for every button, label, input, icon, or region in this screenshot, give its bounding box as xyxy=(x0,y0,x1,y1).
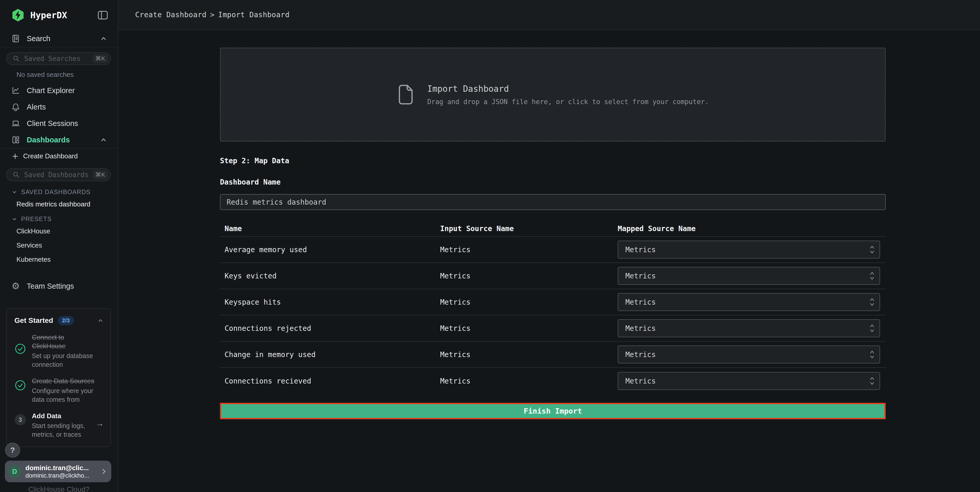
collapse-sidebar-icon[interactable] xyxy=(97,10,108,20)
saved-dashboards-heading-label: SAVED DASHBOARDS xyxy=(21,188,91,196)
row-input-source: Metrics xyxy=(440,272,618,280)
bell-icon xyxy=(11,103,20,111)
search-icon xyxy=(12,55,21,62)
mapped-source-select[interactable]: Metrics xyxy=(618,293,880,311)
client-sessions-label: Client Sessions xyxy=(27,119,78,128)
sidebar-item-chart-explorer[interactable]: Chart Explorer xyxy=(0,82,118,99)
breadcrumb-create-dashboard[interactable]: Create Dashboard xyxy=(135,11,207,19)
sidebar-item-alerts[interactable]: Alerts xyxy=(0,99,118,115)
chevron-down-icon xyxy=(11,216,18,222)
file-dropzone[interactable]: Import Dashboard Drag and drop a JSON fi… xyxy=(220,48,886,142)
preset-item-clickhouse[interactable]: ClickHouse xyxy=(0,224,118,238)
mapped-source-select[interactable]: Metrics xyxy=(618,240,880,259)
chevron-up-icon[interactable] xyxy=(97,317,104,324)
select-up-down-icon xyxy=(869,350,875,359)
shortcut-badge: ⌘K xyxy=(93,54,108,63)
team-settings-label: Team Settings xyxy=(27,282,74,290)
task-create-data-sources[interactable]: Create Data Sources Configure where your… xyxy=(14,377,104,404)
chevron-up-icon[interactable] xyxy=(100,136,107,144)
mapped-source-select[interactable]: Metrics xyxy=(618,372,880,390)
task-title: Add Data xyxy=(32,412,90,420)
alerts-label: Alerts xyxy=(27,103,46,111)
help-button[interactable]: ? xyxy=(5,443,20,457)
header-input-source: Input Source Name xyxy=(440,225,618,233)
breadcrumb: Create Dashboard>Import Dashboard xyxy=(135,11,290,19)
header-name: Name xyxy=(220,225,440,233)
dashboards-label: Dashboards xyxy=(27,136,93,144)
task-desc: Configure where your data comes from xyxy=(32,386,98,404)
user-name: dominic.tran@clic... xyxy=(25,464,96,472)
step-title: Step 2: Map Data xyxy=(220,156,886,165)
sidebar-item-dashboards[interactable]: Dashboards xyxy=(0,132,118,148)
select-up-down-icon xyxy=(869,376,875,385)
chevron-down-icon xyxy=(11,189,18,195)
chevron-up-icon[interactable] xyxy=(100,35,107,42)
breadcrumb-separator: > xyxy=(210,11,215,19)
create-dashboard-button[interactable]: Create Dashboard xyxy=(0,148,118,164)
sidebar-section-search[interactable]: Search xyxy=(0,30,118,48)
app-title: HyperDX xyxy=(30,10,97,20)
presets-heading[interactable]: PRESETS xyxy=(11,215,118,223)
preset-item-services[interactable]: Services xyxy=(0,238,118,252)
laptop-icon xyxy=(11,119,20,128)
table-row: Connections recieved Metrics Metrics xyxy=(220,368,886,394)
gear-icon: ⚙ xyxy=(11,282,20,290)
logo-row: HyperDX xyxy=(0,0,118,30)
user-account-button[interactable]: D dominic.tran@clic... dominic.tran@clic… xyxy=(5,461,111,482)
table-row: Keyspace hits Metrics Metrics xyxy=(220,289,886,315)
select-up-down-icon xyxy=(869,324,875,333)
task-add-data[interactable]: 3 Add Data Start sending logs, metrics, … xyxy=(14,412,104,439)
dropzone-subtitle: Drag and drop a JSON file here, or click… xyxy=(427,98,709,106)
finish-import-button[interactable]: Finish Import xyxy=(220,403,886,419)
chart-explorer-label: Chart Explorer xyxy=(27,86,75,95)
mapping-table: Name Input Source Name Mapped Source Nam… xyxy=(220,221,886,394)
get-started-title: Get Started xyxy=(14,317,53,325)
arrow-right-icon: → xyxy=(95,412,104,439)
finish-import-label: Finish Import xyxy=(523,407,582,416)
saved-searches-input[interactable]: Saved Searches ⌘K xyxy=(6,52,111,65)
task-desc: Set up your database connection xyxy=(32,351,98,369)
check-circle-icon xyxy=(14,380,26,391)
select-up-down-icon xyxy=(869,271,875,280)
row-name: Connections rejected xyxy=(220,324,440,333)
row-input-source: Metrics xyxy=(440,350,618,359)
sidebar: HyperDX Search Saved Searches ⌘K No save… xyxy=(0,0,118,492)
mapped-source-select[interactable]: Metrics xyxy=(618,319,880,337)
mapped-source-value: Metrics xyxy=(625,324,869,333)
sidebar-item-client-sessions[interactable]: Client Sessions xyxy=(0,115,118,132)
check-circle-icon xyxy=(14,343,26,355)
dropzone-title: Import Dashboard xyxy=(427,84,709,94)
search-icon xyxy=(12,171,21,178)
preset-item-kubernetes[interactable]: Kubernetes xyxy=(0,252,118,267)
table-row: Keys evicted Metrics Metrics xyxy=(220,263,886,289)
dashboard-name-label: Dashboard Name xyxy=(220,178,886,186)
saved-dashboard-item[interactable]: Redis metrics dashboard xyxy=(0,197,118,211)
shortcut-badge: ⌘K xyxy=(93,170,108,179)
mapped-source-select[interactable]: Metrics xyxy=(618,346,880,363)
task-connect-clickhouse[interactable]: Connect to ClickHouse Set up your databa… xyxy=(14,333,104,369)
mapped-source-value: Metrics xyxy=(625,272,869,280)
create-dashboard-label: Create Dashboard xyxy=(23,152,78,160)
user-email: dominic.tran@clickho... xyxy=(25,472,96,479)
task-desc: Start sending logs, metrics, or traces xyxy=(32,421,90,439)
saved-dashboards-input[interactable]: Saved Dashboards ⌘K xyxy=(6,168,111,181)
mapped-source-value: Metrics xyxy=(625,245,869,254)
hyperdx-logo-icon xyxy=(11,8,25,22)
saved-dashboards-heading[interactable]: SAVED DASHBOARDS xyxy=(11,188,118,196)
dashboard-grid-icon xyxy=(11,135,20,144)
mapped-source-value: Metrics xyxy=(625,377,869,385)
mapped-source-value: Metrics xyxy=(625,298,869,306)
chevron-right-icon xyxy=(100,468,108,475)
row-input-source: Metrics xyxy=(440,245,618,254)
mapped-source-select[interactable]: Metrics xyxy=(618,267,880,285)
select-up-down-icon xyxy=(869,245,875,254)
saved-dashboards-placeholder: Saved Dashboards xyxy=(24,171,89,179)
journal-icon xyxy=(11,34,20,43)
row-name: Connections recieved xyxy=(220,377,440,385)
breadcrumb-import-dashboard: Import Dashboard xyxy=(218,11,290,19)
step-number-badge: 3 xyxy=(14,414,26,425)
row-input-source: Metrics xyxy=(440,377,618,385)
sidebar-item-team-settings[interactable]: ⚙ Team Settings xyxy=(0,278,118,295)
dashboard-name-input[interactable]: Redis metrics dashboard xyxy=(220,194,886,210)
plus-icon xyxy=(11,153,19,160)
